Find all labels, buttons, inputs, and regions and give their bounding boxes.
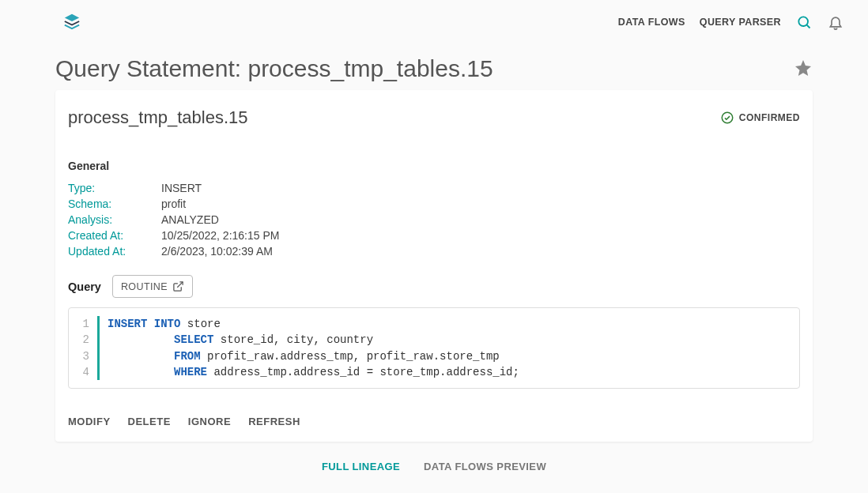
- page-header: Query Statement: process_tmp_tables.15: [0, 44, 868, 90]
- lineage-tabs: FULL LINEAGE DATA FLOWS PREVIEW: [0, 442, 868, 476]
- nav-links: DATA FLOWS QUERY PARSER: [618, 13, 844, 31]
- svg-line-1: [807, 25, 810, 28]
- notifications-button[interactable]: [827, 13, 844, 31]
- svg-point-2: [722, 112, 733, 123]
- query-label: Query: [68, 280, 101, 293]
- meta-schema-key: Schema:: [68, 198, 161, 210]
- modify-button[interactable]: MODIFY: [68, 416, 111, 427]
- meta-updated-val: 2/6/2023, 10:02:39 AM: [161, 245, 800, 258]
- sql-code-block[interactable]: 1 INSERT INTO store 2 SELECT store_id, c…: [68, 307, 800, 389]
- query-header: Query ROUTINE: [68, 275, 800, 298]
- routine-button-label: ROUTINE: [121, 281, 168, 292]
- tab-full-lineage[interactable]: FULL LINEAGE: [322, 457, 400, 476]
- delete-button[interactable]: DELETE: [128, 416, 171, 427]
- code-line-1: 1 INSERT INTO store: [69, 316, 799, 332]
- status-badge: CONFIRMED: [720, 111, 800, 125]
- search-button[interactable]: [795, 13, 813, 31]
- meta-schema-val: profit: [161, 198, 800, 210]
- detail-card: process_tmp_tables.15 CONFIRMED General …: [55, 90, 813, 442]
- app-logo[interactable]: [63, 13, 81, 32]
- star-icon: [794, 58, 813, 77]
- top-bar: DATA FLOWS QUERY PARSER: [0, 0, 868, 44]
- nav-data-flows[interactable]: DATA FLOWS: [618, 17, 685, 28]
- tab-data-flows-preview[interactable]: DATA FLOWS PREVIEW: [424, 457, 546, 476]
- bell-icon: [828, 14, 843, 30]
- meta-analysis-val: ANALYZED: [161, 213, 800, 226]
- card-header: process_tmp_tables.15 CONFIRMED: [68, 107, 800, 128]
- action-bar: MODIFY DELETE IGNORE REFRESH: [68, 416, 800, 427]
- meta-grid: Type: INSERT Schema: profit Analysis: AN…: [68, 182, 800, 258]
- ignore-button[interactable]: IGNORE: [188, 416, 231, 427]
- favorite-button[interactable]: [794, 58, 813, 80]
- meta-type-key: Type:: [68, 182, 161, 194]
- meta-created-key: Created At:: [68, 229, 161, 242]
- logo-icon: [63, 13, 81, 30]
- status-text: CONFIRMED: [739, 112, 800, 123]
- page-title: Query Statement: process_tmp_tables.15: [55, 55, 794, 82]
- meta-created-val: 10/25/2022, 2:16:15 PM: [161, 229, 800, 242]
- meta-type-val: INSERT: [161, 182, 800, 194]
- open-external-icon: [172, 280, 184, 292]
- meta-updated-key: Updated At:: [68, 245, 161, 258]
- code-line-3: 3 FROM profit_raw.address_tmp, profit_ra…: [69, 348, 799, 364]
- section-general-label: General: [68, 160, 800, 172]
- meta-analysis-key: Analysis:: [68, 213, 161, 226]
- card-title: process_tmp_tables.15: [68, 107, 720, 128]
- svg-point-0: [798, 17, 808, 26]
- code-line-4: 4 WHERE address_tmp.address_id = store_t…: [69, 364, 799, 380]
- nav-query-parser[interactable]: QUERY PARSER: [700, 17, 781, 28]
- check-circle-icon: [720, 111, 734, 125]
- refresh-button[interactable]: REFRESH: [248, 416, 300, 427]
- routine-button[interactable]: ROUTINE: [112, 275, 193, 298]
- code-line-2: 2 SELECT store_id, city, country: [69, 332, 799, 348]
- search-icon: [796, 14, 812, 30]
